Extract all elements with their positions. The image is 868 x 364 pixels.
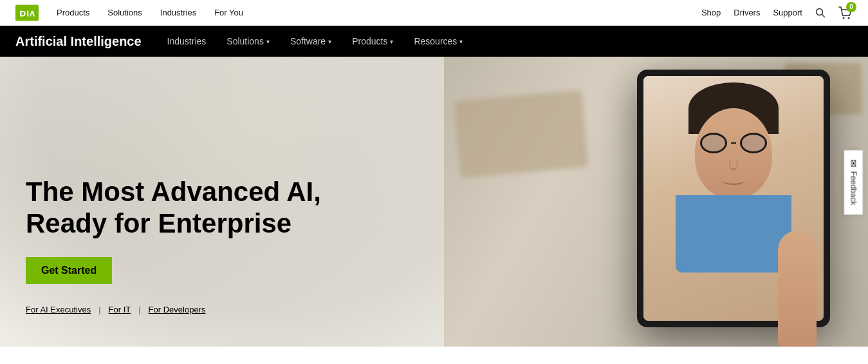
hero-audience-links: For AI Executives | For IT | For Develop… xyxy=(26,305,418,314)
hero-heading: The Most Advanced AI, Ready for Enterpri… xyxy=(26,177,418,239)
hero-content: The Most Advanced AI, Ready for Enterpri… xyxy=(26,177,418,314)
top-nav-drivers[interactable]: Drivers xyxy=(734,8,760,17)
chevron-down-icon: ▾ xyxy=(266,38,270,45)
top-nav-solutions[interactable]: Solutions xyxy=(107,8,142,17)
for-ai-executives-link[interactable]: For AI Executives xyxy=(26,305,91,314)
hero-left-panel: The Most Advanced AI, Ready for Enterpri… xyxy=(0,57,444,347)
hand-art xyxy=(778,231,817,347)
subnav-software[interactable]: Software ▾ xyxy=(290,36,331,46)
svg-line-2 xyxy=(822,14,825,17)
nvidia-logo[interactable] xyxy=(15,5,39,21)
tablet-scene xyxy=(444,57,868,347)
top-nav-industries[interactable]: Industries xyxy=(160,8,196,17)
face-art xyxy=(695,108,772,198)
chevron-down-icon: ▾ xyxy=(459,38,463,45)
sub-navigation: Artificial Intelligence Industries Solut… xyxy=(0,26,868,57)
sub-nav-title: Artificial Intelligence xyxy=(15,34,142,49)
subnav-resources[interactable]: Resources ▾ xyxy=(414,36,463,46)
for-developers-link[interactable]: For Developers xyxy=(149,305,206,314)
cart-count: 0 xyxy=(846,2,856,12)
cart-icon[interactable]: 0 xyxy=(838,6,853,20)
link-separator-1: | xyxy=(98,305,100,314)
top-nav-shop[interactable]: Shop xyxy=(701,8,721,17)
chevron-down-icon: ▾ xyxy=(390,38,393,45)
subnav-solutions[interactable]: Solutions ▾ xyxy=(226,36,270,46)
subnav-products[interactable]: Products ▾ xyxy=(352,36,393,46)
top-nav-products[interactable]: Products xyxy=(57,8,89,17)
hero-right-panel xyxy=(444,57,868,347)
top-nav-left: Products Solutions Industries For You xyxy=(15,5,243,21)
svg-point-4 xyxy=(848,17,850,19)
feedback-icon: ✉ xyxy=(849,159,859,167)
search-icon[interactable] xyxy=(815,8,826,18)
shirt-art xyxy=(676,195,791,273)
subnav-industries[interactable]: Industries xyxy=(167,36,207,46)
top-nav-right: Shop Drivers Support 0 xyxy=(701,6,853,20)
feedback-label: Feedback xyxy=(849,171,858,205)
link-separator-2: | xyxy=(138,305,140,314)
top-nav-for-you[interactable]: For You xyxy=(214,8,243,17)
top-navigation: Products Solutions Industries For You Sh… xyxy=(0,0,868,26)
hero-section: The Most Advanced AI, Ready for Enterpri… xyxy=(0,57,868,347)
svg-point-3 xyxy=(843,17,845,19)
chevron-down-icon: ▾ xyxy=(328,38,331,45)
get-started-button[interactable]: Get Started xyxy=(26,257,112,284)
top-nav-support[interactable]: Support xyxy=(773,8,802,17)
for-it-link[interactable]: For IT xyxy=(109,305,131,314)
feedback-tab[interactable]: ✉ Feedback xyxy=(844,149,863,215)
